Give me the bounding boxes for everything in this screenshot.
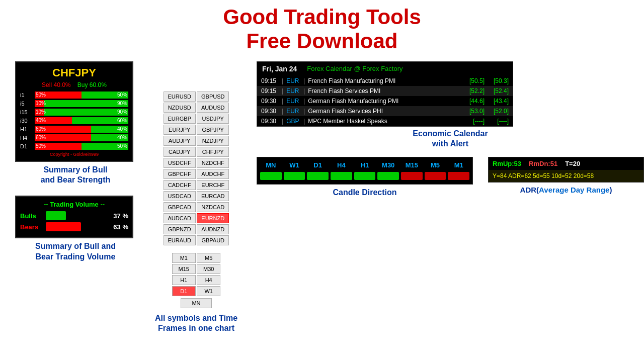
bears-pct: 63 %: [113, 223, 128, 231]
bar-row-i5: i510%90%: [20, 100, 128, 107]
header: Good Trading Tools Free Download: [0, 0, 644, 56]
bull-bear-caption: Summary of Bull and Bear Strength: [15, 165, 136, 186]
candle-dot-m30: [377, 172, 399, 180]
eco-event: German Flash Services PHI: [308, 108, 460, 115]
adr-item-red: RmDn:51: [529, 160, 557, 167]
eco-val1: [52.2]: [463, 87, 485, 95]
symbol-btn-audjpy[interactable]: AUDJPY: [164, 136, 196, 146]
sell-label: Sell 40.0%: [42, 81, 70, 88]
eco-val2: [52.0]: [488, 108, 509, 115]
candle-tf-m15: M15: [401, 161, 423, 169]
bulls-bar: [46, 211, 66, 220]
candle-dot-mn: [260, 172, 282, 180]
symbol-btn-gbpaud[interactable]: GBPAUD: [197, 235, 229, 245]
symbol-btn-eurnzd[interactable]: EURNZD: [197, 213, 229, 223]
eco-date: Fri, Jan 24: [262, 65, 297, 73]
sell-buy-line: Sell 40.0% Buy 60.0%: [20, 81, 128, 88]
symbol-btn-eurchf[interactable]: EURCHF: [197, 180, 229, 190]
symbol-btn-gbpusd[interactable]: GBPUSD: [197, 92, 229, 102]
symbol-btn-usdjpy[interactable]: USDJPY: [197, 114, 229, 124]
adr-row2: Y=84 ADR=62 5d=55 10d=52 20d=58: [489, 170, 643, 182]
adr-caption: ADR(Average Day Range): [488, 185, 644, 195]
tf-btn-h4[interactable]: H4: [197, 275, 220, 285]
bar-rows: i150%50%i510%90%i1510%90%i3040%60%H160%4…: [20, 92, 128, 150]
eco-rows: 09:15 | EUR | French Flash Manufacturing…: [257, 76, 513, 126]
candle-tf-m30: M30: [377, 161, 399, 169]
adr-row1: RmUp:53RmDn:51T=20: [489, 157, 643, 170]
tf-btn-m5[interactable]: M5: [197, 253, 220, 263]
symbol-btn-audusd[interactable]: AUDUSD: [197, 103, 229, 113]
symbol-btn-nzdchf[interactable]: NZDCHF: [197, 158, 229, 168]
symbol-btn-eurjpy[interactable]: EURJPY: [164, 125, 196, 135]
symbol-btn-gbpnzd[interactable]: GBPNZD: [164, 224, 196, 234]
eco-currency: EUR: [286, 108, 300, 115]
eco-currency: EUR: [286, 77, 300, 84]
symbol-btn-euraud[interactable]: EURAUD: [164, 235, 196, 245]
eco-calendar-section: Fri, Jan 24 Forex Calendar @ Forex Facto…: [257, 61, 644, 150]
symbol-btn-gbpjpy[interactable]: GBPJPY: [197, 125, 229, 135]
tf-btn-h1[interactable]: H1: [172, 275, 196, 285]
bulls-pct: 37 %: [113, 212, 128, 220]
eco-row-1: 09:15 | EUR | French Flash Services PMI …: [257, 86, 513, 96]
symbol-btn-usdchf[interactable]: USDCHF: [164, 158, 196, 168]
symbol-btn-audcad[interactable]: AUDCAD: [164, 213, 196, 223]
right-column: Fri, Jan 24 Forex Calendar @ Forex Facto…: [257, 61, 644, 334]
candle-dot-w1: [284, 172, 305, 180]
adr-caption-accent: Average Day Range: [539, 186, 609, 194]
tf-btn-m15[interactable]: M15: [172, 264, 196, 274]
header-title: Good Trading Tools Free Download: [0, 5, 644, 54]
eco-event: French Flash Services PMI: [308, 87, 460, 95]
eco-calendar-widget: Fri, Jan 24 Forex Calendar @ Forex Facto…: [257, 61, 513, 127]
candle-dot-d1: [307, 172, 329, 180]
eco-val1: [50.5]: [463, 77, 485, 84]
chfjpy-title: CHFJPY: [20, 66, 128, 79]
symbol-btn-cadjpy[interactable]: CADJPY: [164, 147, 196, 157]
eco-header: Fri, Jan 24 Forex Calendar @ Forex Facto…: [257, 62, 513, 76]
candle-dot-h1: [354, 172, 376, 180]
symbol-btn-nzdcad[interactable]: NZDCAD: [197, 202, 229, 212]
left-column: CHFJPY Sell 40.0% Buy 60.0% i150%50%i510…: [15, 61, 136, 334]
eco-caption: Economic Calendar with Alert: [257, 129, 644, 150]
adr-caption-prefix: ADR(: [520, 186, 539, 194]
tf-btn-mn[interactable]: MN: [181, 298, 212, 308]
candle-header-row: MNW1D1H4H1M30M15M5M1: [260, 161, 469, 169]
bar-row-i30: i3040%60%: [20, 117, 128, 124]
candle-tf-m5: M5: [425, 161, 446, 169]
tf-btn-w1[interactable]: W1: [197, 286, 220, 296]
header-line2: Free Download: [246, 29, 397, 53]
eco-currency: EUR: [286, 98, 300, 105]
trading-volume-section: -- Trading Volume -- Bulls 37 % Bears 63…: [15, 196, 136, 262]
tf-single: MN: [181, 298, 212, 308]
symbol-btn-eurgbp[interactable]: EURGBP: [164, 114, 196, 124]
eco-val2: [52.4]: [488, 87, 509, 95]
symbol-btn-eurusd[interactable]: EURUSD: [164, 92, 196, 102]
symbol-btn-gbpchf[interactable]: GBPCHF: [164, 169, 196, 179]
symbols-caption: All symbols and Time Frames in one chart: [155, 313, 237, 334]
symbol-btn-gbpcad[interactable]: GBPCAD: [164, 202, 196, 212]
right-bottom-row: MNW1D1H4H1M30M15M5M1 Candle Direction Rm…: [257, 157, 644, 198]
symbol-btn-eurcad[interactable]: EURCAD: [197, 191, 229, 201]
bears-row: Bears 63 %: [20, 222, 128, 231]
symbol-btn-nzdjpy[interactable]: NZDJPY: [197, 136, 229, 146]
candle-dots-row: [260, 172, 469, 180]
eco-val2: [43.4]: [488, 98, 509, 105]
candle-tf-h1: H1: [354, 161, 376, 169]
bar-row-d1: D150%50%: [20, 143, 128, 150]
eco-row-0: 09:15 | EUR | French Flash Manufacturing…: [257, 76, 513, 86]
volume-caption: Summary of Bull and Bear Trading Volume: [15, 241, 136, 262]
symbol-btn-cadchf[interactable]: CADCHF: [164, 180, 196, 190]
candle-dot-m5: [425, 172, 446, 180]
adr-item-green: RmUp:53: [493, 160, 521, 167]
adr-caption-suffix: ): [609, 186, 612, 194]
eco-event: MPC Member Haskel Speaks: [308, 118, 460, 125]
tf-btn-m1[interactable]: M1: [172, 253, 196, 263]
symbol-btn-usdcad[interactable]: USDCAD: [164, 191, 196, 201]
bulls-label: Bulls: [20, 212, 43, 220]
symbol-btn-nzdusd[interactable]: NZDUSD: [164, 103, 196, 113]
symbol-btn-audnzd[interactable]: AUDNZD: [197, 224, 229, 234]
eco-row-3: 09:30 | EUR | German Flash Services PHI …: [257, 106, 513, 116]
symbol-btn-audchf[interactable]: AUDCHF: [197, 169, 229, 179]
tf-btn-d1[interactable]: D1: [172, 286, 196, 296]
tf-btn-m30[interactable]: M30: [197, 264, 220, 274]
symbol-btn-chfjpy[interactable]: CHFJPY: [197, 147, 229, 157]
